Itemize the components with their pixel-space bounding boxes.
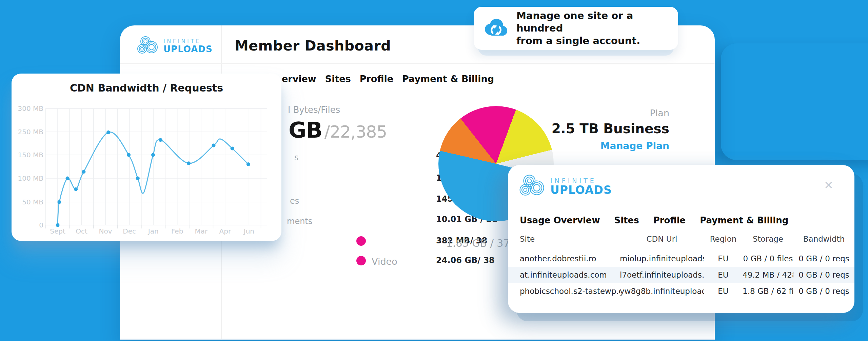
brand-wordmark: INFINITE UPLOADS <box>550 177 612 196</box>
cell-region: EU <box>704 270 743 279</box>
cdn-bandwidth-card: CDN Bandwidth / Requests 300 MB250 MB150… <box>12 74 281 241</box>
brand-logo: INFINITE UPLOADS <box>137 36 213 57</box>
sites-table-header: Site CDN Url Region Storage Bandwidth <box>520 234 854 244</box>
svg-text:Dec: Dec <box>123 227 136 235</box>
svg-text:150 MB: 150 MB <box>18 151 43 159</box>
svg-text:0: 0 <box>39 221 43 229</box>
col-cdn-url: CDN Url <box>620 235 704 243</box>
col-region: Region <box>704 235 743 243</box>
col-storage: Storage <box>743 235 793 243</box>
cell-storage: 1.8 GB / 62 files <box>743 287 793 296</box>
col-site: Site <box>520 235 620 243</box>
sites-card: INFINITE UPLOADS ✕ Usage Overview Sites … <box>508 165 854 313</box>
tab-profile[interactable]: Profile <box>360 74 393 84</box>
infinity-loops-icon <box>137 36 159 57</box>
brand-name-top: INFINITE <box>163 38 213 44</box>
media-dot-icon <box>356 236 366 246</box>
tip-text-line2: from a single account. <box>516 35 678 47</box>
sites-card-tabs: Usage Overview Sites Profile Payment & B… <box>520 215 788 225</box>
manage-plan-link[interactable]: Manage Plan <box>552 140 669 152</box>
cell-site: at.infiniteuploads.com <box>520 270 620 279</box>
tip-text-line1: Manage one site or a hundred <box>516 9 678 35</box>
plan-label: Plan <box>552 108 669 118</box>
sync-cloud-icon <box>482 17 510 40</box>
svg-text:300 MB: 300 MB <box>18 104 43 113</box>
cdn-line-chart: 300 MB250 MB150 MB100 MB50 MB0SeptOctNov… <box>12 74 281 241</box>
svg-text:Jan: Jan <box>147 227 159 235</box>
header-divider <box>120 63 715 64</box>
close-icon[interactable]: ✕ <box>824 179 833 192</box>
svg-text:Feb: Feb <box>171 227 183 235</box>
svg-text:Apr: Apr <box>219 227 231 235</box>
svg-text:100 MB: 100 MB <box>18 174 43 182</box>
media-row-label: Video <box>372 256 397 267</box>
cell-cdn-url: l7oetf.infiniteuploads.cloud <box>620 270 704 279</box>
table-row[interactable]: another.dobrestii.ro miolup.infiniteuplo… <box>508 250 854 267</box>
media-row-value: 24.06 GB/ 38 <box>436 256 495 265</box>
table-row[interactable]: at.infiniteuploads.com l7oetf.infiniteup… <box>508 267 854 283</box>
total-usage-unit: GB <box>289 118 322 143</box>
svg-text:50 MB: 50 MB <box>22 198 43 206</box>
cell-cdn-url: yw8g8b.infiniteuploads.cloud <box>620 287 704 296</box>
media-row-label: es <box>290 196 299 206</box>
cell-storage: 49.2 MB / 428 files <box>743 270 793 279</box>
media-dot-icon <box>356 256 366 265</box>
cell-bandwidth: 0 GB / 0 reqs <box>793 254 854 263</box>
svg-text:Nov: Nov <box>99 227 112 235</box>
tip-card: Manage one site or a hundred from a sing… <box>474 7 678 50</box>
tab-sites[interactable]: Sites <box>614 215 639 225</box>
tip-text: Manage one site or a hundred from a sing… <box>516 9 678 47</box>
cell-bandwidth: 0 GB / 0 reqs <box>793 270 854 279</box>
tab-profile[interactable]: Profile <box>653 215 686 225</box>
table-row[interactable]: phobicschool.s2-tastewp.com yw8g8b.infin… <box>508 283 854 299</box>
cell-region: EU <box>704 254 743 263</box>
media-row-label: ments <box>287 217 312 226</box>
col-bandwidth: Bandwidth <box>793 235 854 243</box>
total-usage: GB /22,385 <box>289 118 387 143</box>
cell-site: phobicschool.s2-tastewp.com <box>520 287 620 296</box>
background-card-silhouette <box>721 43 868 160</box>
card-bottom-edge <box>120 339 715 340</box>
dashboard-tabs: erview Sites Profile Payment & Billing <box>282 74 494 84</box>
svg-text:Oct: Oct <box>76 227 87 235</box>
tab-sites[interactable]: Sites <box>325 74 351 84</box>
plan-section: Plan 2.5 TB Business Manage Plan <box>552 108 669 152</box>
brand-wordmark: INFINITE UPLOADS <box>163 38 213 54</box>
infinity-loops-icon <box>519 174 546 199</box>
svg-text:Mar: Mar <box>195 227 208 235</box>
page-title: Member Dashboard <box>235 38 391 54</box>
cell-bandwidth: 0 GB / 0 reqs <box>793 287 854 296</box>
svg-text:Sept: Sept <box>50 227 65 235</box>
svg-text:Jun: Jun <box>243 227 254 235</box>
tab-payment-billing[interactable]: Payment & Billing <box>700 215 788 225</box>
cell-storage: 0 GB / 0 files <box>743 254 793 263</box>
tab-payment-billing[interactable]: Payment & Billing <box>402 74 494 84</box>
brand-name-bottom: UPLOADS <box>550 184 612 196</box>
total-usage-files: /22,385 <box>324 122 387 142</box>
media-row-label: s <box>294 153 299 162</box>
plan-name: 2.5 TB Business <box>552 121 669 136</box>
tab-usage-overview[interactable]: erview <box>282 74 316 84</box>
tab-usage-overview[interactable]: Usage Overview <box>520 215 600 225</box>
cell-site: another.dobrestii.ro <box>520 254 620 263</box>
svg-text:250 MB: 250 MB <box>18 128 43 136</box>
cell-region: EU <box>704 287 743 296</box>
brand-logo: INFINITE UPLOADS <box>519 174 612 199</box>
brand-name-bottom: UPLOADS <box>163 44 213 54</box>
bytes-files-heading: l Bytes/Files <box>288 105 340 115</box>
cell-cdn-url: miolup.infiniteuploads.cloud <box>620 254 704 263</box>
